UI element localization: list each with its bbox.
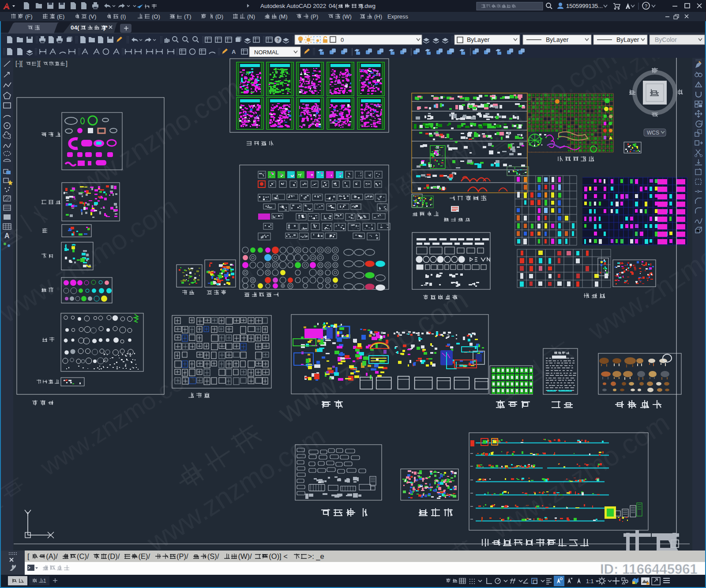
svg-text:(O)] <: (O)] < xyxy=(269,552,288,560)
svg-text:1505999135...: 1505999135... xyxy=(566,3,603,9)
svg-text:(C)/: (C)/ xyxy=(77,552,89,560)
svg-text:04(: 04( xyxy=(71,24,79,31)
svg-text:04(: 04( xyxy=(329,3,338,9)
svg-text:1:1: 1:1 xyxy=(586,578,593,584)
svg-text:(V): (V) xyxy=(89,13,96,20)
svg-text:(S)/: (S)/ xyxy=(207,552,219,560)
svg-text:ByLayer: ByLayer xyxy=(467,36,490,43)
svg-text:(P): (P) xyxy=(311,13,318,20)
svg-text:(M): (M) xyxy=(279,13,288,20)
svg-text:(W): (W) xyxy=(342,13,352,20)
svg-text:>: _e: >: _e xyxy=(308,552,324,561)
svg-text:Express: Express xyxy=(387,13,408,20)
svg-text:?: ? xyxy=(645,4,647,9)
svg-text:(P)/: (P)/ xyxy=(176,552,188,560)
svg-text:(D)/: (D)/ xyxy=(108,552,120,560)
svg-text:(I): (I) xyxy=(120,13,126,20)
svg-text:)*: )* xyxy=(103,24,108,31)
svg-text:ID: 1166445961: ID: 1166445961 xyxy=(600,562,698,575)
svg-text:ByLayer: ByLayer xyxy=(546,36,569,43)
svg-text:(N): (N) xyxy=(247,13,255,20)
svg-text:ByColor: ByColor xyxy=(655,36,677,43)
svg-text:(W)/: (W)/ xyxy=(238,552,252,560)
svg-text:ByLayer: ByLayer xyxy=(616,36,639,43)
svg-text:(H): (H) xyxy=(374,13,382,20)
svg-text:A: A xyxy=(232,49,236,55)
svg-text:[: [ xyxy=(27,552,30,560)
svg-text:(A)/: (A)/ xyxy=(46,552,58,560)
svg-text:0: 0 xyxy=(341,37,344,43)
svg-text:(T): (T) xyxy=(184,13,192,20)
svg-text:(O): (O) xyxy=(152,13,160,20)
svg-text:(E): (E) xyxy=(57,13,64,20)
svg-text:1: 1 xyxy=(43,578,46,584)
svg-text:(F): (F) xyxy=(25,13,33,20)
svg-text:?: ? xyxy=(277,37,280,42)
svg-text:(E)/: (E)/ xyxy=(139,552,150,560)
svg-text:Autodesk AutoCAD 2022: Autodesk AutoCAD 2022 xyxy=(260,3,326,9)
svg-text:).dwg: ).dwg xyxy=(361,3,376,9)
svg-text:(D): (D) xyxy=(215,13,223,20)
svg-text:[-][: [-][ xyxy=(15,60,23,67)
svg-text:]: ] xyxy=(66,60,68,67)
svg-text:WCS: WCS xyxy=(647,130,659,136)
svg-text:][: ][ xyxy=(37,60,41,67)
svg-text:NORMAL: NORMAL xyxy=(254,49,279,56)
